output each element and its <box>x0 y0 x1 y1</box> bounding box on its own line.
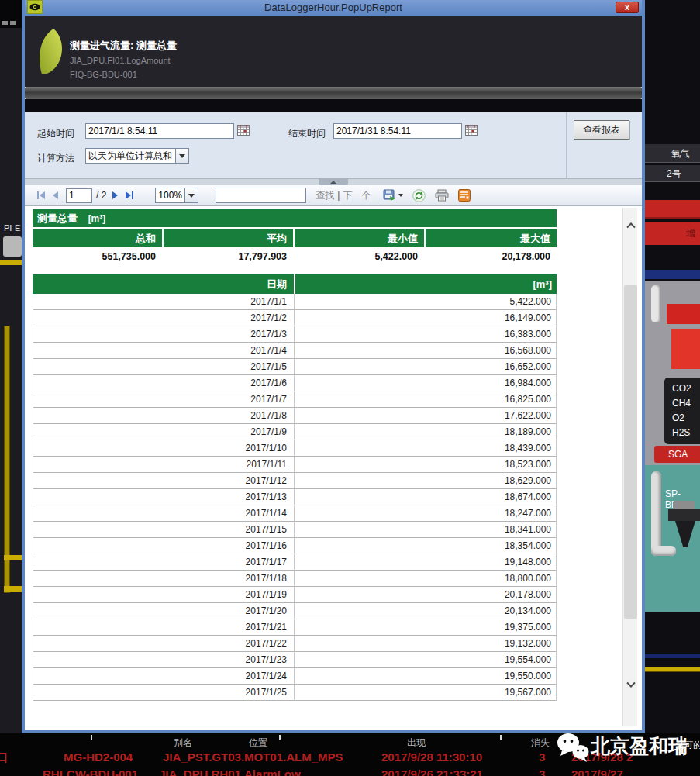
date-cell: 2017/1/3 <box>33 326 295 342</box>
refresh-button[interactable] <box>412 189 426 202</box>
navy-pipe-line <box>645 654 700 658</box>
report-header: 测量进气流量: 测量总量 JIA_DPU.FI01.LogAmount FIQ-… <box>25 16 642 87</box>
alarm-prefix: 口 <box>0 750 8 765</box>
value-cell: 18,247.000 <box>295 505 556 521</box>
end-time-input[interactable] <box>333 123 462 139</box>
report-page: 测量总量 [m³] 总和 平均 最小值 最大值 551,735.000 17,7… <box>33 209 557 701</box>
table-row: 2017/1/817,622.000 <box>33 408 556 424</box>
popup-report-window: DataLoggerHour.PopUpReport x 测量进气流量: 测量总… <box>22 0 645 733</box>
alarm-count: 3 <box>539 767 545 776</box>
splitter-handle[interactable] <box>319 179 348 185</box>
value-cell: 19,375.000 <box>295 619 556 635</box>
search-input[interactable] <box>216 188 306 203</box>
scada-right-strip: 氧气 2号 增 CO2 CH4 O2 H2S SGA SP-BDU <box>645 0 700 733</box>
white-pipe-icon <box>651 471 661 555</box>
dropdown-button[interactable] <box>184 188 198 202</box>
date-cell: 2017/1/4 <box>33 343 295 358</box>
scroll-up-button[interactable] <box>623 217 638 233</box>
yellow-pipe-branch <box>4 555 22 560</box>
date-cell: 2017/1/25 <box>33 685 295 700</box>
white-pipe-icon <box>651 285 660 322</box>
chevron-down-icon <box>179 154 185 158</box>
first-page-button[interactable] <box>37 191 45 199</box>
eye-button[interactable] <box>27 0 43 14</box>
value-cell: 18,674.000 <box>295 489 556 505</box>
start-time-input[interactable] <box>85 123 234 139</box>
gas-label-h2s: H2S <box>672 426 700 440</box>
white-pipe-elbow-icon <box>651 546 676 556</box>
zoom-select[interactable]: 100% <box>155 188 198 203</box>
table-row: 2017/1/216,149.000 <box>33 310 556 326</box>
zoom-value: 100% <box>156 190 184 201</box>
column-tick <box>500 735 502 740</box>
report-viewport: 测量总量 [m³] 总和 平均 最小值 最大值 551,735.000 17,7… <box>25 206 642 730</box>
vertical-scrollbar[interactable] <box>622 208 637 726</box>
value-cell: 16,568.000 <box>295 343 556 358</box>
value-cell: 18,341.000 <box>295 522 556 537</box>
window-title: DataLoggerHour.PopUpReport <box>25 0 642 15</box>
gas-legend-box: CO2 CH4 O2 H2S <box>664 378 700 444</box>
find-link[interactable]: 查找 <box>316 189 334 202</box>
value-cell: 17,622.000 <box>295 408 556 423</box>
report-title-label: 测量总量 <box>37 212 78 224</box>
method-select[interactable]: 以天为单位计算总和 <box>85 148 189 164</box>
page-number-input[interactable] <box>66 188 92 203</box>
summary-header-avg: 平均 <box>164 229 293 247</box>
prev-page-button[interactable] <box>53 191 58 199</box>
unit-column-header: [m³] <box>295 274 557 294</box>
instrument-box <box>3 236 22 257</box>
value-cell: 19,148.000 <box>295 554 556 570</box>
date-cell: 2017/1/14 <box>33 505 295 521</box>
alarm-col-alias: 别名 <box>174 736 192 750</box>
table-row: 2017/1/1018,439.000 <box>33 440 556 457</box>
find-next-link[interactable]: 下一个 <box>343 189 371 202</box>
table-row: 2017/1/616,984.000 <box>33 375 556 391</box>
report-table-title: 测量总量 [m³] <box>33 209 557 227</box>
alarm-count: 3 <box>539 750 545 764</box>
alarm-appear: 2017/9/26 21:33:21 <box>381 767 483 776</box>
table-row: 2017/1/316,383.000 <box>33 326 556 343</box>
table-row: 2017/1/1920,178.000 <box>33 587 556 603</box>
last-page-button[interactable] <box>126 191 133 199</box>
close-button[interactable]: x <box>616 2 639 13</box>
date-cell: 2017/1/8 <box>33 408 295 423</box>
value-cell: 18,800.000 <box>295 571 556 586</box>
pi-tag-label: PI-E <box>4 223 20 233</box>
calendar-icon[interactable] <box>465 124 478 136</box>
calendar-icon[interactable] <box>237 124 250 136</box>
next-page-button[interactable] <box>112 191 118 199</box>
teal-equipment-panel: SP-BDU <box>645 465 700 612</box>
summary-value-row: 551,735.000 17,797.903 5,422.000 20,178.… <box>33 247 557 266</box>
alarm-location: JIA_PST.GT03.MOT01.ALM_MPS <box>163 750 343 764</box>
date-cell: 2017/1/20 <box>33 603 295 619</box>
table-row: 2017/1/416,568.000 <box>33 343 556 359</box>
data-feed-button[interactable] <box>458 189 471 202</box>
data-feed-icon <box>458 189 471 202</box>
date-cell: 2017/1/7 <box>33 391 295 407</box>
export-button[interactable] <box>383 189 403 202</box>
alarm-col-location: 位置 <box>249 736 267 750</box>
column-tick <box>91 735 92 740</box>
value-cell: 19,554.000 <box>295 652 556 667</box>
black-divider <box>25 99 642 112</box>
value-cell: 18,439.000 <box>295 440 556 456</box>
view-report-button[interactable]: 查看报表 <box>574 120 629 140</box>
print-button[interactable] <box>435 189 449 202</box>
alarm-alias: MG-HD2-004 <box>64 750 133 764</box>
scrollbar-thumb[interactable] <box>624 285 637 619</box>
scroll-down-button[interactable] <box>623 678 638 693</box>
alarm-col-disappear: 消失 <box>531 736 550 750</box>
value-cell: 5,422.000 <box>295 294 556 309</box>
chevron-up-icon <box>330 181 336 184</box>
alarm-alias: RHLCW-BDU-001 <box>43 767 138 776</box>
yellow-pipe-line <box>645 667 700 672</box>
table-row: 2017/1/1719,148.000 <box>33 554 556 571</box>
table-row: 2017/1/516,652.000 <box>33 359 556 375</box>
summary-header-row: 总和 平均 最小值 最大值 <box>33 229 557 247</box>
end-time-label: 结束时间 <box>288 127 326 140</box>
summary-value-avg: 17,797.903 <box>164 247 293 266</box>
dropdown-button[interactable] <box>175 149 188 163</box>
value-cell: 16,149.000 <box>295 310 556 326</box>
table-row: 2017/1/1518,341.000 <box>33 522 556 538</box>
red-equipment-box <box>667 304 700 324</box>
